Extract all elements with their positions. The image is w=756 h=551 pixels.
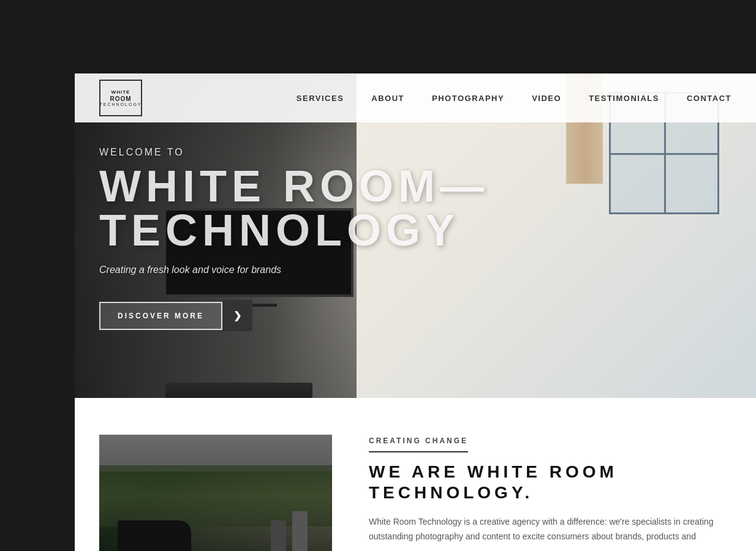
nav-item-services[interactable]: SERVICES xyxy=(297,92,344,103)
nav-item-about[interactable]: ABOUT xyxy=(371,92,404,103)
hero-content: WELCOME TO WHITE ROOM— TECHNOLOGY Creati… xyxy=(99,147,489,331)
about-section: CREATING CHANGE WE ARE WHITE ROOM TECHNO… xyxy=(75,398,756,551)
hero-brand-line2: TECHNOLOGY xyxy=(99,208,489,252)
nav-link-testimonials[interactable]: TESTIMONIALS xyxy=(589,94,659,103)
main-wrapper: WHITE ROOM TECHNOLOGY SERVICES ABOUT PHO… xyxy=(75,73,756,551)
photo-speaker-right xyxy=(271,520,286,551)
nav-item-testimonials[interactable]: TESTIMONIALS xyxy=(589,92,659,103)
nav-item-contact[interactable]: CONTACT xyxy=(687,92,731,103)
nav-link-contact[interactable]: CONTACT xyxy=(687,94,731,103)
nav-link-video[interactable]: VIDEO xyxy=(532,94,561,103)
hero-brand-line1: WHITE ROOM— xyxy=(99,164,489,208)
nav-link-about[interactable]: ABOUT xyxy=(371,94,404,103)
section-label: CREATING CHANGE xyxy=(369,437,468,452)
soundbar xyxy=(165,383,312,398)
discover-btn-label[interactable]: DISCOVER MORE xyxy=(99,302,222,330)
logo[interactable]: WHITE ROOM TECHNOLOGY xyxy=(99,80,142,116)
nav-link-services[interactable]: SERVICES xyxy=(297,94,344,103)
hero-welcome-text: WELCOME TO xyxy=(99,147,489,158)
hero-subtitle: Creating a fresh look and voice for bran… xyxy=(99,264,489,276)
about-title: WE ARE WHITE ROOM TECHNOLOGY. xyxy=(369,462,731,503)
photo-speaker-left xyxy=(292,511,308,551)
photo-piano xyxy=(118,520,191,551)
logo-text-white: WHITE xyxy=(112,89,130,96)
about-photo-section xyxy=(99,435,332,551)
navigation: WHITE ROOM TECHNOLOGY SERVICES ABOUT PHO… xyxy=(75,73,756,122)
nav-links-list: SERVICES ABOUT PHOTOGRAPHY VIDEO TESTIMO… xyxy=(297,92,731,103)
about-text-section: CREATING CHANGE WE ARE WHITE ROOM TECHNO… xyxy=(369,435,731,551)
nav-item-video[interactable]: VIDEO xyxy=(532,92,561,103)
discover-btn-arrow-icon[interactable]: ❯ xyxy=(222,300,252,331)
logo-text-room: ROOM xyxy=(110,96,131,102)
logo-text-technology: TECHNOLOGY xyxy=(100,102,142,107)
discover-more-button[interactable]: DISCOVER MORE ❯ xyxy=(99,300,252,331)
nav-link-photography[interactable]: PHOTOGRAPHY xyxy=(432,94,504,103)
hero-section: WHITE ROOM TECHNOLOGY SERVICES ABOUT PHO… xyxy=(75,73,756,398)
about-body: White Room Technology is a creative agen… xyxy=(369,515,731,544)
nav-item-photography[interactable]: PHOTOGRAPHY xyxy=(432,92,504,103)
about-photo-card xyxy=(99,435,332,551)
